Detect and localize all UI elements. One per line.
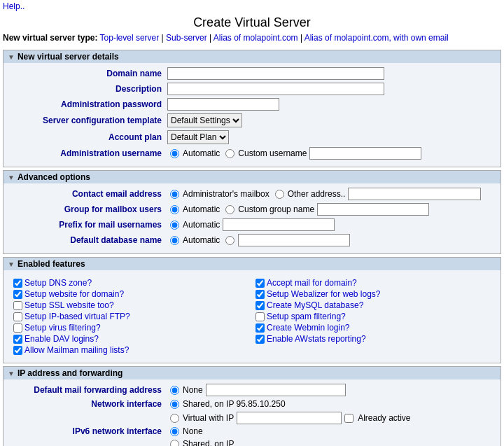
feature-spam: Setup spam filtering? [255,311,491,322]
mail-none-radio[interactable] [170,386,179,395]
network-iface-row: Network interface Shared, on IP 95.85.10… [6,399,498,409]
feature-ftp-checkbox[interactable] [13,312,22,321]
section-ip: ▼ IP address and forwarding Default mail… [3,366,501,446]
feature-ftp-link[interactable]: Setup IP-based virtual FTP? [24,312,130,321]
description-row: Description [6,83,498,95]
mail-forward-input[interactable] [206,384,346,396]
feature-spam-checkbox[interactable] [255,312,265,321]
feature-website-link[interactable]: Setup website for domain? [24,289,124,299]
server-config-row: Server configuration template Default Se… [6,113,498,127]
features-grid: Setup DNS zone? Setup website for domain… [6,274,498,358]
section-features: ▼ Enabled features Setup DNS zone? Setup… [3,257,501,363]
prefix-auto-radio[interactable] [170,221,179,230]
contact-email-label: Contact email address [6,189,167,199]
db-auto-radio[interactable] [170,236,179,245]
contact-admin-label: Administrator's mailbox [183,189,270,199]
ipv6-none-label: None [183,426,203,436]
username-auto-radio[interactable] [170,149,179,158]
default-mail-row: Default mail forwarding address None [6,384,498,396]
ipv6-label: IPv6 network interface [6,426,167,436]
username-custom-input[interactable] [309,147,421,160]
section-advanced-body: Contact email address Administrator's ma… [4,183,500,253]
account-plan-select[interactable]: Default Plan [167,130,229,144]
section-details-title: New virtual server details [18,52,119,62]
ipv6-none-radio[interactable] [170,427,179,436]
feature-virus-checkbox[interactable] [13,323,22,333]
feature-mail-checkbox[interactable] [255,279,265,288]
network-virtual-radio[interactable] [170,414,179,423]
db-custom-input[interactable] [238,234,350,246]
section-features-title: Enabled features [18,259,85,269]
admin-password-label: Administration password [6,99,167,109]
feature-awstats: Enable AWstats reporting? [255,333,491,344]
feature-mailman-link[interactable]: Allow Mailman mailing lists? [24,345,129,355]
type-subserver[interactable]: Sub-server [166,33,207,43]
feature-dav-link[interactable]: Enable DAV logins? [24,334,99,344]
domain-name-input[interactable] [167,67,384,80]
db-auto-label: Automatic [183,235,220,245]
feature-webalizer-checkbox[interactable] [255,290,265,299]
feature-ssl-link[interactable]: Setup SSL website too? [24,300,114,310]
section-features-header[interactable]: ▼ Enabled features [4,258,500,270]
prefix-custom-input[interactable] [223,218,335,231]
domain-name-control [167,67,498,80]
prefix-mail-row: Prefix for mail usernames Automatic [6,218,498,231]
feature-webmin-link[interactable]: Create Webmin login? [267,323,350,333]
section-details-body: Domain name Description Administration p… [4,63,500,167]
feature-virus: Setup virus filtering? [13,322,248,333]
feature-website-checkbox[interactable] [13,290,22,299]
feature-mail-link[interactable]: Accept mail for domain? [267,278,357,288]
feature-mailman-checkbox[interactable] [13,346,22,355]
feature-dns-checkbox[interactable] [13,279,22,288]
feature-awstats-link[interactable]: Enable AWstats reporting? [267,334,366,344]
group-custom-label: Custom group name [238,204,314,214]
group-auto-radio[interactable] [170,205,179,214]
feature-mail: Accept mail for domain? [255,277,491,288]
default-db-label: Default database name [6,235,167,245]
contact-other-input[interactable] [348,188,481,200]
network-shared-label: Shared, on IP 95.85.10.250 [183,399,286,409]
admin-username-row: Administration username Automatic Custom… [6,147,498,160]
type-alias-email[interactable]: Alias of molapoint.com, with own email [304,33,449,43]
collapse-icon-advanced: ▼ [8,174,15,181]
feature-dav-checkbox[interactable] [13,335,22,344]
network-already-active-checkbox[interactable] [344,414,354,423]
description-input[interactable] [167,83,384,95]
help-link[interactable]: Help.. [3,1,24,11]
feature-awstats-checkbox[interactable] [255,335,265,344]
network-virtual-label: Virtual with IP [183,413,234,423]
admin-password-input[interactable] [167,98,279,111]
type-toplevel[interactable]: Top-level server [100,33,160,43]
section-ip-title: IP address and forwarding [18,368,122,378]
admin-password-row: Administration password [6,98,498,111]
contact-admin-radio[interactable] [170,190,179,199]
feature-mysql-checkbox[interactable] [255,301,265,310]
section-ip-header[interactable]: ▼ IP address and forwarding [4,367,500,379]
type-alias[interactable]: Alias of molapoint.com [214,33,298,43]
username-custom-radio[interactable] [225,149,234,158]
db-custom-radio[interactable] [225,236,234,245]
prefix-mail-label: Prefix for mail usernames [6,220,167,230]
network-shared-radio[interactable] [170,400,179,409]
admin-username-control: Automatic Custom username [167,147,498,160]
collapse-icon: ▼ [8,53,15,61]
feature-dns-link[interactable]: Setup DNS zone? [24,278,92,288]
section-details-header[interactable]: ▼ New virtual server details [4,50,500,63]
feature-virus-link[interactable]: Setup virus filtering? [24,323,101,333]
contact-other-radio[interactable] [275,190,284,199]
server-config-control: Default Settings [167,113,498,127]
section-advanced-header[interactable]: ▼ Advanced options [4,171,500,183]
feature-webalizer-link[interactable]: Setup Webalizer for web logs? [267,289,381,299]
server-type-bar: New virtual server type: Top-level serve… [0,32,504,47]
ipv6-shared-radio[interactable] [170,440,179,447]
feature-mysql-link[interactable]: Create MySQL database? [267,300,363,310]
server-config-select[interactable]: Default Settings [167,113,242,127]
network-already-active-label: Already active [358,413,410,423]
feature-webmin-checkbox[interactable] [255,323,265,333]
feature-ssl-checkbox[interactable] [13,301,22,310]
feature-spam-link[interactable]: Setup spam filtering? [267,312,346,321]
group-custom-input[interactable] [317,203,429,216]
network-virtual-ip-input[interactable] [237,412,342,424]
network-virtual-row: Virtual with IP Already active [167,412,498,424]
group-custom-radio[interactable] [225,205,234,214]
